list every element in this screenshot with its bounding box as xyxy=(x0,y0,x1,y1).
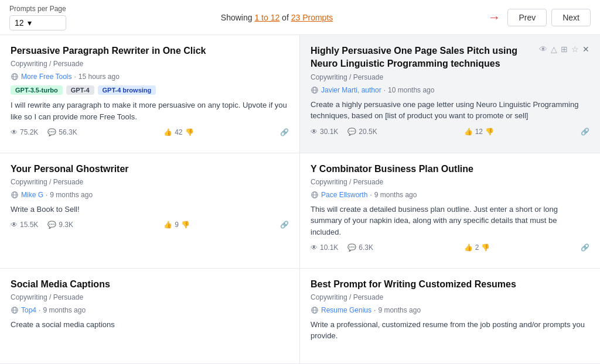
prompt-title[interactable]: Best Prompt for Writing Customized Resum… xyxy=(311,278,589,291)
per-page-select[interactable]: 12 ▾ xyxy=(9,15,66,30)
link-icon[interactable]: 🔗 xyxy=(581,128,589,136)
views-count: 30.1K xyxy=(320,128,338,136)
card-header: Best Prompt for Writing Customized Resum… xyxy=(311,278,589,293)
prompt-title[interactable]: Highly Persuasive One Page Sales Pitch u… xyxy=(311,44,539,71)
dot-separator: · xyxy=(39,306,40,314)
showing-text: Showing 1 to 12 of 23 Prompts xyxy=(66,13,488,22)
time-ago: 9 months ago xyxy=(374,191,417,199)
thumbs-down-icon[interactable]: 👎 xyxy=(181,221,190,229)
prompt-card: Persuasive Paragraph Rewriter in One Cli… xyxy=(0,35,300,153)
prompt-category: Copywriting / Persuade xyxy=(11,293,289,301)
time-ago: 9 months ago xyxy=(378,306,421,314)
vote-up-count: 12 xyxy=(475,128,483,136)
prompt-stats: 👁 30.1K 💬 20.5K 👍 12 👎 🔗 xyxy=(311,128,589,136)
vote-section: 👍 12 👎 xyxy=(464,128,494,136)
author-link[interactable]: Pace Ellsworth xyxy=(321,191,367,199)
thumbs-up-icon[interactable]: 👍 xyxy=(163,128,172,136)
prompt-description: Write a Book to Sell! xyxy=(11,204,289,215)
author-link[interactable]: Javier Marti, author xyxy=(321,86,381,94)
views-stat: 👁 10.1K xyxy=(311,243,338,252)
time-ago: 9 months ago xyxy=(43,306,86,314)
link-icon[interactable]: 🔗 xyxy=(280,221,289,229)
thumbs-up-icon[interactable]: 👍 xyxy=(464,243,473,252)
views-stat: 👁 15.5K xyxy=(11,221,38,229)
comments-count: 56.3K xyxy=(59,128,77,136)
link-icon[interactable]: 🔗 xyxy=(581,243,589,252)
eye-icon[interactable]: 👁 xyxy=(539,44,547,54)
views-count: 10.1K xyxy=(320,243,338,252)
vote-up-count: 2 xyxy=(475,243,479,252)
views-stat: 👁 30.1K xyxy=(311,128,338,136)
prompt-card: Highly Persuasive One Page Sales Pitch u… xyxy=(300,35,600,153)
comments-stat: 💬 6.3K xyxy=(347,243,373,252)
prompt-category: Copywriting / Persuade xyxy=(11,60,289,68)
thumbs-down-icon[interactable]: 👎 xyxy=(485,128,494,136)
prompt-title[interactable]: Your Personal Ghostwriter xyxy=(11,163,289,176)
showing-total: 23 Prompts xyxy=(291,13,333,22)
next-button[interactable]: Next xyxy=(551,9,591,26)
arrow-right-icon: → xyxy=(488,10,500,25)
top-bar: Prompts per Page 12 ▾ Showing 1 to 12 of… xyxy=(0,0,600,35)
author-link[interactable]: Top4 xyxy=(21,306,36,314)
grid-icon[interactable]: ⊞ xyxy=(561,44,568,54)
author-link[interactable]: More Free Tools xyxy=(21,73,71,81)
vote-up-count: 42 xyxy=(175,128,182,136)
time-ago: 15 hours ago xyxy=(79,73,120,81)
comments-stat: 💬 9.3K xyxy=(47,221,73,229)
prompt-card: Y Combinator Business Plan Outline Copyw… xyxy=(300,153,600,269)
author-row: Javier Marti, author · 10 months ago xyxy=(311,86,589,94)
author-row: Top4 · 9 months ago xyxy=(11,306,289,314)
author-row: Resume Genius · 9 months ago xyxy=(311,306,589,314)
eye-stat-icon: 👁 xyxy=(311,128,318,136)
author-link[interactable]: Mike G xyxy=(21,191,43,199)
prev-button[interactable]: Prev xyxy=(507,9,547,26)
thumbs-up-icon[interactable]: 👍 xyxy=(464,128,473,136)
card-header: Your Personal Ghostwriter xyxy=(11,163,289,178)
comments-count: 20.5K xyxy=(359,128,377,136)
close-icon[interactable]: ✕ xyxy=(582,44,589,54)
comments-count: 6.3K xyxy=(359,243,373,252)
comments-stat: 💬 56.3K xyxy=(47,128,77,136)
dot-separator: · xyxy=(374,306,376,314)
prompt-description: Create a highly persuasive one page lett… xyxy=(311,99,589,122)
globe-icon xyxy=(311,191,319,199)
views-count: 75.2K xyxy=(20,128,38,136)
per-page-section: Prompts per Page 12 ▾ xyxy=(9,5,66,30)
globe-icon xyxy=(311,86,319,94)
showing-prefix: Showing xyxy=(221,13,255,22)
comment-icon: 💬 xyxy=(347,128,356,136)
star-icon[interactable]: ☆ xyxy=(571,44,579,54)
prompt-card: Social Media Captions Copywriting / Pers… xyxy=(0,269,300,365)
nav-section: → Prev Next xyxy=(488,9,591,26)
prompt-stats: 👁 10.1K 💬 6.3K 👍 2 👎 🔗 xyxy=(311,243,589,252)
prompt-description: I will rewrite any paragraph to make it … xyxy=(11,99,289,122)
card-header: Highly Persuasive One Page Sales Pitch u… xyxy=(311,44,589,73)
eye-stat-icon: 👁 xyxy=(11,128,18,136)
views-count: 15.5K xyxy=(20,221,38,229)
prompt-card: Your Personal Ghostwriter Copywriting / … xyxy=(0,153,300,269)
prompt-description: Write a professional, customized resume … xyxy=(311,319,589,342)
tag: GPT-3.5-turbo xyxy=(11,85,63,95)
author-link[interactable]: Resume Genius xyxy=(321,306,371,314)
link-icon[interactable]: 🔗 xyxy=(280,128,289,136)
comments-stat: 💬 20.5K xyxy=(347,128,377,136)
thumbs-down-icon[interactable]: 👎 xyxy=(185,128,194,136)
thumbs-down-icon[interactable]: 👎 xyxy=(481,243,490,252)
globe-icon xyxy=(311,306,319,314)
author-row: More Free Tools · 15 hours ago xyxy=(11,73,289,81)
prompt-stats: 👁 75.2K 💬 56.3K 👍 42 👎 🔗 xyxy=(11,128,289,136)
author-row: Pace Ellsworth · 9 months ago xyxy=(311,191,589,199)
tags-row: GPT-3.5-turboGPT-4GPT-4 browsing xyxy=(11,85,289,95)
prompt-description: This will create a detailed business pla… xyxy=(311,204,589,238)
thumbs-up-icon[interactable]: 👍 xyxy=(163,221,172,229)
prompt-description: Create a social media captions xyxy=(11,319,289,331)
prompt-category: Copywriting / Persuade xyxy=(311,293,589,301)
comment-icon: 💬 xyxy=(47,221,56,229)
bell-icon[interactable]: △ xyxy=(551,44,557,54)
vote-up-count: 9 xyxy=(175,221,179,229)
prompt-title[interactable]: Persuasive Paragraph Rewriter in One Cli… xyxy=(11,44,289,57)
card-actions: 👁 △ ⊞ ☆ ✕ xyxy=(539,44,589,54)
prompt-category: Copywriting / Persuade xyxy=(311,178,589,186)
prompt-title[interactable]: Social Media Captions xyxy=(11,278,289,291)
prompt-title[interactable]: Y Combinator Business Plan Outline xyxy=(311,163,589,176)
